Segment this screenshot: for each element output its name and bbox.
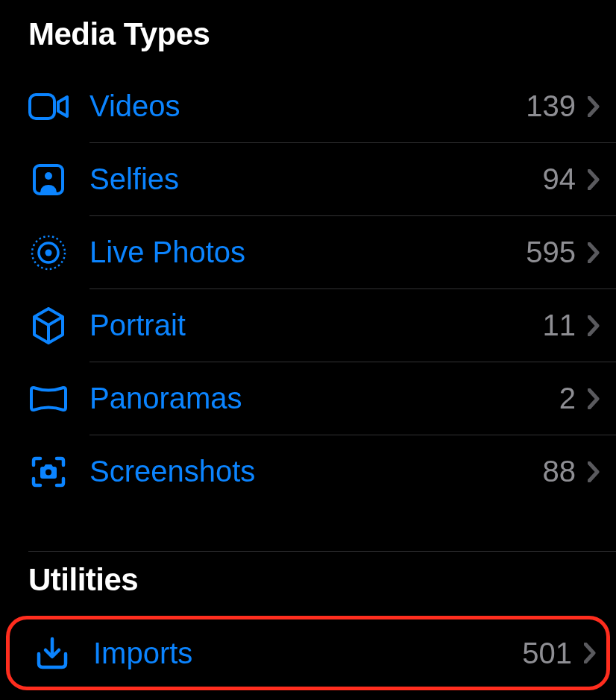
utilities-header: Utilities <box>0 552 616 616</box>
media-type-portrait[interactable]: Portrait 11 <box>0 289 616 362</box>
selfies-count: 94 <box>543 163 576 196</box>
media-type-live-photos[interactable]: Live Photos 595 <box>0 216 616 288</box>
screenshots-label: Screenshots <box>89 455 543 488</box>
videos-label: Videos <box>89 89 526 123</box>
chevron-right-icon <box>585 315 603 337</box>
media-types-header: Media Types <box>0 6 616 70</box>
video-icon <box>28 86 69 127</box>
panoramas-count: 2 <box>559 382 576 415</box>
chevron-right-icon <box>581 642 599 664</box>
utility-imports[interactable]: Imports 501 <box>10 619 606 687</box>
media-type-videos[interactable]: Videos 139 <box>0 70 616 142</box>
portrait-icon <box>28 306 69 346</box>
svg-point-6 <box>45 469 51 475</box>
live-photos-count: 595 <box>526 236 576 269</box>
screenshot-icon <box>28 452 69 492</box>
import-icon <box>32 633 72 673</box>
chevron-right-icon <box>585 388 603 410</box>
selfies-label: Selfies <box>89 163 543 196</box>
imports-highlight: Imports 501 <box>6 616 610 690</box>
media-type-selfies[interactable]: Selfies 94 <box>0 143 616 215</box>
panorama-icon <box>28 379 69 419</box>
portrait-count: 11 <box>543 309 576 342</box>
media-type-panoramas[interactable]: Panoramas 2 <box>0 362 616 435</box>
live-photos-label: Live Photos <box>89 236 526 269</box>
imports-label: Imports <box>93 637 522 670</box>
screenshots-count: 88 <box>543 455 576 488</box>
live-photo-icon <box>28 233 69 273</box>
media-type-screenshots[interactable]: Screenshots 88 <box>0 435 616 508</box>
imports-count: 501 <box>522 637 572 670</box>
selfie-icon <box>28 160 69 200</box>
chevron-right-icon <box>585 461 603 483</box>
svg-point-2 <box>45 172 52 180</box>
portrait-label: Portrait <box>89 309 543 342</box>
chevron-right-icon <box>585 95 603 118</box>
videos-count: 139 <box>526 89 576 123</box>
svg-point-5 <box>45 249 52 256</box>
chevron-right-icon <box>585 168 603 191</box>
chevron-right-icon <box>585 242 603 264</box>
panoramas-label: Panoramas <box>89 382 559 415</box>
svg-rect-0 <box>30 95 54 119</box>
